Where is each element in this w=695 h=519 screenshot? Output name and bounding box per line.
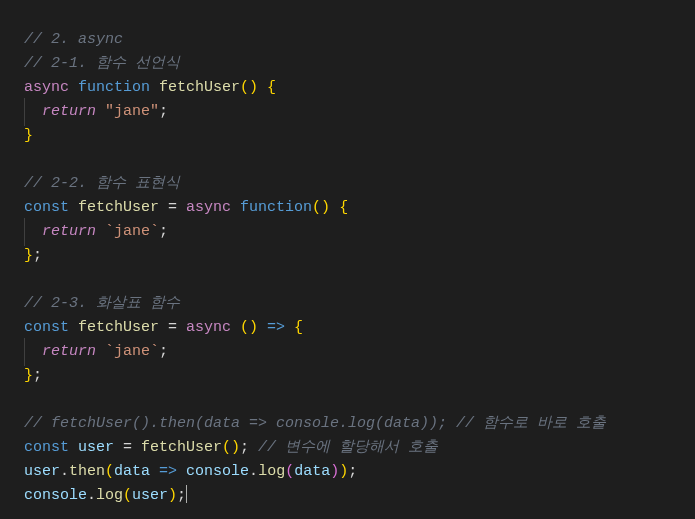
paren: (): [222, 439, 240, 456]
code-line: async function fetchUser() {: [24, 76, 671, 100]
paren-close: ): [330, 463, 339, 480]
indent-guide: [24, 220, 42, 244]
brace-open: {: [330, 199, 348, 216]
code-line: // fetchUser().then(data => console.log(…: [24, 412, 671, 436]
semicolon: ;: [159, 103, 168, 120]
variable-name: fetchUser: [78, 199, 159, 216]
keyword-async: async: [186, 199, 231, 216]
string-literal: `jane`: [96, 223, 159, 240]
semicolon: ;: [33, 247, 42, 264]
function-name: fetchUser: [159, 79, 240, 96]
semicolon: ;: [159, 223, 168, 240]
keyword-const: const: [24, 319, 69, 336]
paren-close: ): [168, 487, 177, 504]
argument: user: [132, 487, 168, 504]
string-literal: `jane`: [96, 343, 159, 360]
code-line: const fetchUser = async () => {: [24, 316, 671, 340]
paren: (): [240, 79, 258, 96]
code-line: return `jane`;: [24, 340, 671, 364]
function-call: fetchUser: [141, 439, 222, 456]
brace-close: }: [24, 367, 33, 384]
code-line: user.then(data => console.log(data));: [24, 460, 671, 484]
keyword-async: async: [186, 319, 231, 336]
method-call: log: [96, 487, 123, 504]
brace-open: {: [285, 319, 303, 336]
object: console: [177, 463, 249, 480]
argument: data: [294, 463, 330, 480]
dot: .: [249, 463, 258, 480]
indent-guide: [24, 340, 42, 364]
semicolon: ;: [177, 487, 186, 504]
comment: // 2-3. 화살표 함수: [24, 295, 180, 312]
comment: // 변수에 할당해서 호출: [249, 439, 438, 456]
variable: user: [24, 463, 60, 480]
semicolon: ;: [348, 463, 357, 480]
code-line: };: [24, 364, 671, 388]
code-line: return "jane";: [24, 100, 671, 124]
variable-name: fetchUser: [78, 319, 159, 336]
arrow-operator: =>: [150, 463, 177, 480]
code-line: // 2. async: [24, 28, 671, 52]
blank-line: [24, 388, 671, 412]
brace-close: }: [24, 247, 33, 264]
code-line: // 2-1. 함수 선언식: [24, 52, 671, 76]
keyword-return: return: [42, 343, 96, 360]
comment: // 2. async: [24, 31, 123, 48]
keyword-return: return: [42, 223, 96, 240]
paren-open: (: [285, 463, 294, 480]
dot: .: [87, 487, 96, 504]
operator: =: [114, 439, 141, 456]
comment: // fetchUser().then(data => console.log(…: [24, 415, 606, 432]
code-line: return `jane`;: [24, 220, 671, 244]
paren: (): [231, 319, 258, 336]
arrow-operator: =>: [258, 319, 285, 336]
operator: =: [159, 199, 186, 216]
code-line: }: [24, 124, 671, 148]
indent-guide: [24, 100, 42, 124]
variable-name: user: [78, 439, 114, 456]
code-editor[interactable]: // 2. async // 2-1. 함수 선언식 async functio…: [24, 28, 671, 508]
dot: .: [60, 463, 69, 480]
brace-close: }: [24, 127, 33, 144]
semicolon: ;: [159, 343, 168, 360]
code-line: };: [24, 244, 671, 268]
paren-open: (: [105, 463, 114, 480]
keyword-function: function: [78, 79, 150, 96]
brace-open: {: [258, 79, 276, 96]
keyword-return: return: [42, 103, 96, 120]
keyword-async: async: [24, 79, 69, 96]
object: console: [24, 487, 87, 504]
parameter: data: [114, 463, 150, 480]
keyword-const: const: [24, 199, 69, 216]
method-call: log: [258, 463, 285, 480]
comment: // 2-1. 함수 선언식: [24, 55, 180, 72]
blank-line: [24, 268, 671, 292]
semicolon: ;: [33, 367, 42, 384]
code-line: // 2-2. 함수 표현식: [24, 172, 671, 196]
text-cursor: [186, 485, 187, 503]
operator: =: [159, 319, 186, 336]
keyword-function: function: [240, 199, 312, 216]
code-line: console.log(user);: [24, 484, 671, 508]
code-line: const fetchUser = async function() {: [24, 196, 671, 220]
semicolon: ;: [240, 439, 249, 456]
paren: (): [312, 199, 330, 216]
keyword-const: const: [24, 439, 69, 456]
method-call: then: [69, 463, 105, 480]
code-line: // 2-3. 화살표 함수: [24, 292, 671, 316]
comment: // 2-2. 함수 표현식: [24, 175, 180, 192]
blank-line: [24, 148, 671, 172]
paren-close: ): [339, 463, 348, 480]
paren-open: (: [123, 487, 132, 504]
string-literal: "jane": [96, 103, 159, 120]
code-line: const user = fetchUser(); // 변수에 할당해서 호출: [24, 436, 671, 460]
